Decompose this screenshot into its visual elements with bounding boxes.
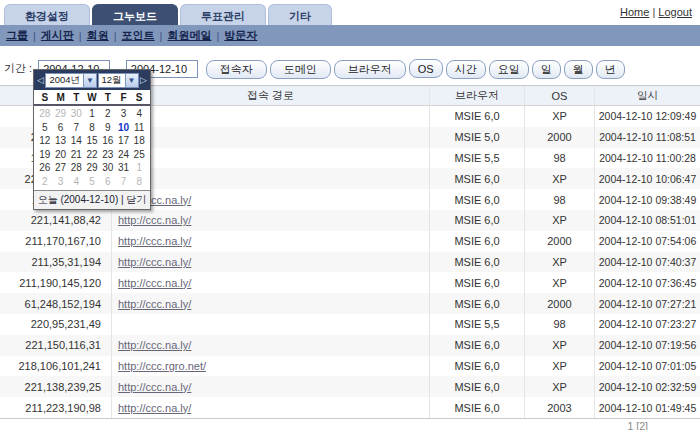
referrer-link[interactable]: http://ccc.na.ly/ bbox=[118, 277, 191, 289]
calendar-day[interactable]: 15 bbox=[84, 134, 100, 148]
referrer-link[interactable]: http://ccc.na.ly/ bbox=[118, 402, 191, 414]
stat-button-요일[interactable]: 요일 bbox=[489, 60, 529, 79]
cell-browser: MSIE 6,0 bbox=[430, 272, 525, 293]
table-row: 211,190,145,120http://ccc.na.ly/MSIE 6,0… bbox=[0, 272, 700, 293]
calendar-day[interactable]: 3 bbox=[53, 175, 69, 189]
calendar-day[interactable]: 9 bbox=[100, 121, 116, 135]
column-header-os: OS bbox=[525, 86, 595, 105]
table-row: 220,95,231,49MSIE 5,5982004-12-10 07:23:… bbox=[0, 314, 700, 335]
calendar-day[interactable]: 1 bbox=[84, 107, 100, 121]
menu-item-방문자[interactable]: 방문자 bbox=[224, 28, 257, 43]
referrer-link[interactable]: http://ccc.na.ly/ bbox=[118, 298, 191, 310]
stat-button-브라우저[interactable]: 브라우저 bbox=[334, 60, 406, 79]
cell-os: XP bbox=[525, 168, 595, 189]
calendar-year-select[interactable]: 2004년 ▼ bbox=[45, 73, 97, 88]
calendar-day[interactable]: 19 bbox=[37, 148, 53, 162]
calendar-day[interactable]: 16 bbox=[100, 134, 116, 148]
cell-os: XP bbox=[525, 106, 595, 127]
stat-button-일[interactable]: 일 bbox=[532, 60, 561, 79]
calendar-day[interactable]: 3 bbox=[116, 107, 132, 121]
referrer-link[interactable]: http://ccc.rgro.net/ bbox=[118, 360, 206, 372]
calendar-day[interactable]: 12 bbox=[37, 134, 53, 148]
calendar-day[interactable]: 13 bbox=[53, 134, 69, 148]
logout-link[interactable]: Logout bbox=[658, 6, 692, 18]
calendar-day[interactable]: 22 bbox=[84, 148, 100, 162]
cell-os: XP bbox=[525, 210, 595, 231]
calendar-month-select[interactable]: 12월 ▼ bbox=[98, 73, 139, 88]
home-link[interactable]: Home bbox=[620, 6, 649, 18]
cell-datetime: 2004-12-10 07:54:06 bbox=[595, 231, 700, 252]
table-row: 211,223,190,98http://ccc.na.ly/MSIE 6,02… bbox=[0, 397, 700, 418]
calendar-next-icon[interactable]: ▷ bbox=[139, 75, 148, 85]
top-links: Home | Logout bbox=[620, 6, 692, 18]
cell-datetime: 2004-12-10 10:06:47 bbox=[595, 168, 700, 189]
stat-buttons: 접속자도메인브라우저OS시간요일일월년 bbox=[203, 59, 625, 79]
menu-item-회원메일[interactable]: 회원메일 bbox=[167, 28, 211, 43]
calendar-day[interactable]: 30 bbox=[68, 107, 84, 121]
stat-button-월[interactable]: 월 bbox=[564, 60, 593, 79]
cell-browser: MSIE 6,0 bbox=[430, 356, 525, 377]
menu-item-회원[interactable]: 회원 bbox=[87, 28, 109, 43]
calendar-day[interactable]: 24 bbox=[116, 148, 132, 162]
calendar-day[interactable]: 6 bbox=[53, 121, 69, 135]
cell-url bbox=[112, 106, 430, 127]
tab-그누보드[interactable]: 그누보드 bbox=[92, 4, 178, 27]
stat-button-도메인[interactable]: 도메인 bbox=[270, 60, 331, 79]
stat-button-접속자[interactable]: 접속자 bbox=[206, 60, 267, 79]
calendar-day[interactable]: 30 bbox=[100, 161, 116, 175]
referrer-link[interactable]: http://ccc.na.ly/ bbox=[118, 256, 191, 268]
calendar-day[interactable]: 5 bbox=[37, 121, 53, 135]
calendar-day[interactable]: 23 bbox=[100, 148, 116, 162]
weekday-label: T bbox=[100, 92, 116, 103]
calendar-day-today[interactable]: 10 bbox=[116, 121, 132, 135]
calendar-prev-icon[interactable]: ◁ bbox=[36, 75, 45, 85]
calendar-day[interactable]: 14 bbox=[68, 134, 84, 148]
cell-os: 98 bbox=[525, 189, 595, 210]
weekday-label: S bbox=[37, 92, 53, 103]
calendar-year-value: 2004년 bbox=[46, 74, 83, 87]
calendar-day[interactable]: 18 bbox=[131, 134, 147, 148]
stat-button-년[interactable]: 년 bbox=[596, 60, 625, 79]
calendar-day[interactable]: 21 bbox=[68, 148, 84, 162]
calendar-day[interactable]: 27 bbox=[53, 161, 69, 175]
cell-ip: 220,95,231,49 bbox=[0, 314, 112, 335]
cell-url: http://ccc.na.ly/ bbox=[112, 189, 430, 210]
calendar-day[interactable]: 1 bbox=[131, 161, 147, 175]
calendar-day[interactable]: 8 bbox=[131, 175, 147, 189]
calendar-day[interactable]: 26 bbox=[37, 161, 53, 175]
menu-item-게시판[interactable]: 게시판 bbox=[41, 28, 74, 43]
pagination[interactable]: 1 [2] bbox=[628, 420, 648, 430]
calendar-day[interactable]: 4 bbox=[131, 107, 147, 121]
calendar-day[interactable]: 7 bbox=[116, 175, 132, 189]
calendar-day[interactable]: 29 bbox=[84, 161, 100, 175]
menu-item-포인트[interactable]: 포인트 bbox=[122, 28, 155, 43]
calendar-day[interactable]: 2 bbox=[37, 175, 53, 189]
calendar-day[interactable]: 6 bbox=[100, 175, 116, 189]
referrer-link[interactable]: http://ccc.na.ly/ bbox=[118, 235, 191, 247]
referrer-link[interactable]: http://ccc.na.ly/ bbox=[118, 381, 191, 393]
calendar-day[interactable]: 8 bbox=[84, 121, 100, 135]
calendar-day[interactable]: 5 bbox=[84, 175, 100, 189]
cell-datetime: 2004-12-10 07:19:56 bbox=[595, 335, 700, 356]
stat-button-시간[interactable]: 시간 bbox=[446, 60, 486, 79]
calendar-day[interactable]: 31 bbox=[116, 161, 132, 175]
calendar-day[interactable]: 17 bbox=[116, 134, 132, 148]
menu-item-그룹[interactable]: 그룹 bbox=[6, 28, 28, 43]
tab-환경설정[interactable]: 환경설정 bbox=[4, 4, 90, 27]
calendar-day[interactable]: 29 bbox=[53, 107, 69, 121]
calendar-day[interactable]: 4 bbox=[68, 175, 84, 189]
calendar-day[interactable]: 25 bbox=[131, 148, 147, 162]
referrer-link[interactable]: http://ccc.na.ly/ bbox=[118, 214, 191, 226]
calendar-day[interactable]: 28 bbox=[37, 107, 53, 121]
calendar-footer[interactable]: 오늘 (2004-12-10) | 닫기 bbox=[34, 190, 150, 209]
calendar-day[interactable]: 7 bbox=[68, 121, 84, 135]
referrer-link[interactable]: http://ccc.na.ly/ bbox=[118, 339, 191, 351]
calendar-day[interactable]: 11 bbox=[131, 121, 147, 135]
tab-투표관리[interactable]: 투표관리 bbox=[180, 4, 266, 27]
stat-button-OS[interactable]: OS bbox=[409, 59, 443, 78]
cell-os: XP bbox=[525, 376, 595, 397]
calendar-day[interactable]: 20 bbox=[53, 148, 69, 162]
tab-기타[interactable]: 기타 bbox=[268, 4, 332, 27]
calendar-day[interactable]: 28 bbox=[68, 161, 84, 175]
calendar-day[interactable]: 2 bbox=[100, 107, 116, 121]
